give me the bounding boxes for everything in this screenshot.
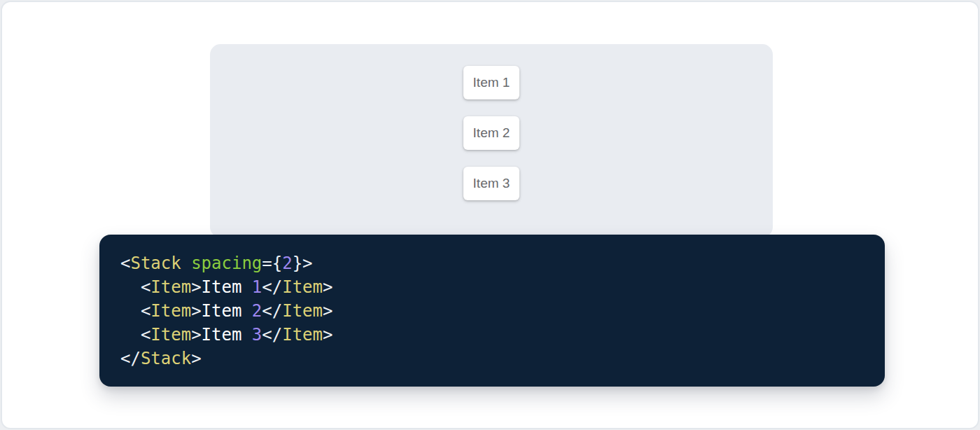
code-token-punctuation: <	[141, 325, 150, 345]
stack-item-card: Item 1	[463, 66, 519, 99]
code-token-punctuation: >	[191, 301, 201, 321]
code-token-tag: Stack	[141, 349, 191, 368]
code-line: </Stack>	[120, 347, 864, 370]
code-token-plain	[120, 325, 141, 345]
code-token-tag: Item	[150, 325, 191, 345]
code-token-punctuation: </	[262, 325, 282, 345]
code-token-number: 2	[282, 254, 292, 273]
stack-item-card: Item 3	[463, 167, 519, 200]
code-token-punctuation: <	[141, 277, 150, 297]
code-token-punctuation: <	[120, 254, 130, 273]
code-token-number: 1	[252, 277, 262, 297]
stack-demo-panel: Item 1 Item 2 Item 3	[210, 44, 773, 237]
code-token-punctuation: >	[323, 301, 332, 321]
code-token-punctuation: ={	[262, 254, 282, 273]
stack-item-label: Item 1	[473, 75, 510, 90]
code-token-punctuation: >	[191, 349, 201, 368]
code-token-punctuation: </	[262, 277, 282, 297]
code-token-punctuation: </	[262, 301, 282, 321]
stack-container: Item 1 Item 2 Item 3	[210, 66, 773, 200]
code-block: <Stack spacing={2}> <Item>Item 1</Item> …	[99, 235, 885, 387]
code-token-tag: Item	[282, 277, 323, 297]
stack-item-label: Item 3	[473, 176, 510, 191]
code-token-tag: Item	[150, 277, 191, 297]
code-token-number: 3	[252, 325, 262, 345]
code-line: <Item>Item 1</Item>	[120, 275, 864, 299]
code-token-plain: Item	[202, 277, 252, 297]
code-token-tag: Item	[282, 301, 323, 321]
code-token-attr-name: spacing	[191, 254, 262, 273]
code-token-plain: Item	[202, 325, 252, 345]
code-token-tag: Stack	[130, 254, 181, 273]
code-token-punctuation: </	[120, 349, 141, 368]
code-token-plain	[120, 277, 141, 297]
page-frame: Item 1 Item 2 Item 3 <Stack spacing={2}>…	[1, 1, 979, 429]
stack-item-card: Item 2	[463, 116, 519, 150]
code-token-punctuation: }>	[293, 254, 313, 273]
code-token-tag: Item	[150, 301, 191, 321]
code-line: <Item>Item 2</Item>	[120, 299, 864, 323]
screenshot-canvas: Item 1 Item 2 Item 3 <Stack spacing={2}>…	[0, 0, 980, 430]
code-token-plain	[181, 254, 191, 273]
code-token-punctuation: >	[191, 277, 201, 297]
code-token-tag: Item	[282, 325, 323, 345]
code-token-plain: Item	[202, 301, 252, 321]
code-token-punctuation: >	[191, 325, 201, 345]
code-token-plain	[120, 301, 141, 321]
code-content: <Stack spacing={2}> <Item>Item 1</Item> …	[120, 251, 864, 370]
code-token-number: 2	[252, 301, 262, 321]
code-token-punctuation: <	[141, 301, 150, 321]
stack-item-label: Item 2	[473, 125, 510, 141]
code-token-punctuation: >	[323, 325, 332, 345]
code-line: <Item>Item 3</Item>	[120, 323, 864, 347]
code-token-punctuation: >	[323, 277, 332, 297]
code-line: <Stack spacing={2}>	[120, 251, 864, 275]
